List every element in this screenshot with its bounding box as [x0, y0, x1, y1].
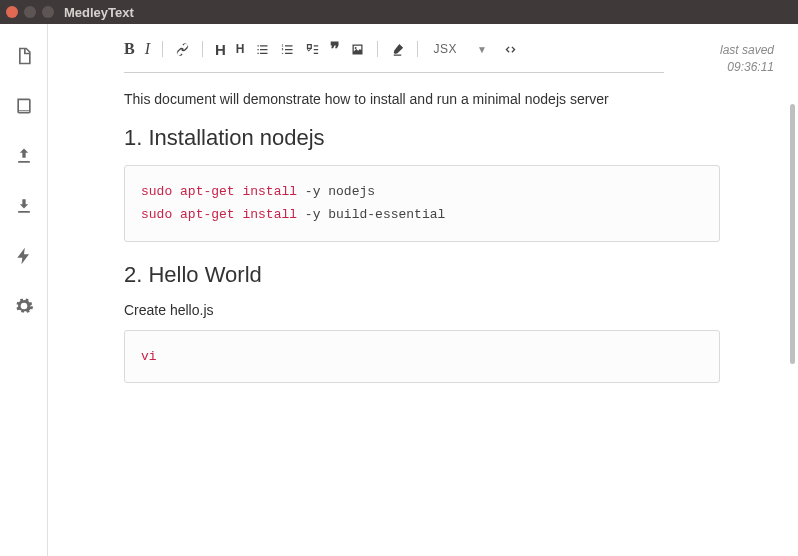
- app-root: B I H H ❞ JSX ▼ last saved: [0, 24, 798, 556]
- last-saved-time: 09:36:11: [720, 59, 774, 76]
- section-heading-2: 2. Hello World: [124, 262, 672, 288]
- numbered-list-icon[interactable]: [280, 42, 295, 57]
- toolbar-divider: [162, 41, 163, 57]
- window-maximize-button[interactable]: [42, 6, 54, 18]
- doc-intro: This document will demonstrate how to in…: [124, 91, 672, 107]
- toolbar-wrap: B I H H ❞ JSX ▼ last saved: [48, 24, 798, 73]
- sidebar-settings[interactable]: [14, 296, 34, 320]
- italic-button[interactable]: I: [145, 40, 150, 58]
- sidebar-new-note[interactable]: [14, 46, 34, 70]
- bold-button[interactable]: B: [124, 40, 135, 58]
- window-close-button[interactable]: [6, 6, 18, 18]
- upload-icon: [14, 146, 34, 166]
- editor-pane: B I H H ❞ JSX ▼ last saved: [48, 24, 798, 556]
- code-language-select[interactable]: JSX: [434, 42, 458, 56]
- quote-button[interactable]: ❞: [330, 44, 340, 54]
- checklist-icon[interactable]: [305, 42, 320, 57]
- sidebar-export[interactable]: [14, 146, 34, 170]
- book-icon: [14, 96, 34, 116]
- scrollbar[interactable]: [790, 104, 795, 364]
- code-block-2[interactable]: vi: [124, 330, 720, 383]
- sidebar: [0, 24, 48, 556]
- link-icon[interactable]: [175, 42, 190, 57]
- document-body[interactable]: This document will demonstrate how to in…: [48, 73, 732, 383]
- doc-paragraph: Create hello.js: [124, 302, 672, 318]
- heading-large-button[interactable]: H: [215, 41, 226, 58]
- window-titlebar: MedleyText: [0, 0, 798, 24]
- highlighter-icon[interactable]: [390, 42, 405, 57]
- sidebar-flash[interactable]: [14, 246, 34, 270]
- download-icon: [14, 196, 34, 216]
- format-toolbar: B I H H ❞ JSX ▼: [124, 40, 664, 73]
- window-title: MedleyText: [64, 5, 134, 20]
- window-minimize-button[interactable]: [24, 6, 36, 18]
- toolbar-divider: [377, 41, 378, 57]
- last-saved-indicator: last saved 09:36:11: [720, 42, 774, 76]
- image-icon[interactable]: [350, 42, 365, 57]
- heading-small-button[interactable]: H: [236, 42, 245, 56]
- gear-icon: [14, 296, 34, 316]
- sidebar-import[interactable]: [14, 196, 34, 220]
- chevron-down-icon[interactable]: ▼: [477, 44, 487, 55]
- lightning-icon: [14, 246, 34, 266]
- code-icon[interactable]: [503, 42, 518, 57]
- bullet-list-icon[interactable]: [255, 42, 270, 57]
- toolbar-divider: [202, 41, 203, 57]
- toolbar-divider: [417, 41, 418, 57]
- code-block-1[interactable]: sudo apt-get install -y nodejssudo apt-g…: [124, 165, 720, 242]
- section-heading-1: 1. Installation nodejs: [124, 125, 672, 151]
- last-saved-label: last saved: [720, 42, 774, 59]
- document-icon: [14, 46, 34, 66]
- sidebar-notebooks[interactable]: [14, 96, 34, 120]
